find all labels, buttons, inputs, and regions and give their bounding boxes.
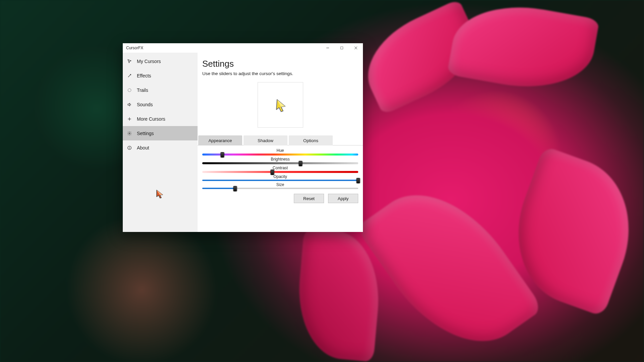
wand-icon (127, 73, 132, 78)
contrast-slider[interactable] (202, 171, 358, 173)
settings-tabs: Appearance Shadow Options (198, 135, 363, 145)
opacity-slider[interactable] (202, 180, 358, 181)
contrast-label: Contrast (202, 165, 358, 171)
volume-icon (127, 102, 132, 107)
page-title: Settings (202, 59, 358, 69)
cursor-icon (127, 59, 132, 64)
reset-button[interactable]: Reset (294, 194, 324, 203)
trails-icon (127, 87, 132, 93)
window-title: CursorFX (126, 46, 143, 50)
hue-slider[interactable] (202, 154, 358, 156)
titlebar[interactable]: CursorFX (123, 43, 363, 53)
hue-label: Hue (202, 147, 358, 154)
apply-button[interactable]: Apply (328, 194, 358, 203)
tab-appearance[interactable]: Appearance (198, 135, 242, 145)
cursor-preview-icon (272, 97, 288, 113)
mouse-cursor-icon (155, 189, 165, 199)
sidebar-item-trails[interactable]: Trails (123, 83, 198, 97)
svg-point-4 (128, 88, 131, 92)
sidebar-item-label: Trails (137, 87, 148, 93)
page-description: Use the sliders to adjust the cursor's s… (202, 71, 358, 76)
opacity-thumb[interactable] (357, 178, 360, 183)
gear-icon (127, 131, 132, 136)
brightness-label: Brightness (202, 156, 358, 162)
sidebar: My Cursors Effects Trails Sounds (123, 53, 198, 232)
maximize-button[interactable] (335, 43, 349, 53)
plus-icon (127, 116, 132, 122)
sidebar-item-label: Sounds (137, 102, 153, 107)
tab-options[interactable]: Options (289, 135, 333, 145)
svg-rect-1 (341, 47, 343, 49)
brightness-slider[interactable] (202, 162, 358, 164)
close-button[interactable] (349, 43, 363, 53)
sidebar-item-settings[interactable]: Settings (123, 126, 198, 140)
cursor-preview-box (258, 82, 303, 128)
sidebar-item-more-cursors[interactable]: More Cursors (123, 112, 198, 126)
sidebar-item-sounds[interactable]: Sounds (123, 97, 198, 112)
sidebar-item-label: Effects (137, 73, 151, 78)
svg-point-7 (129, 133, 130, 134)
minimize-button[interactable] (321, 43, 335, 53)
size-label: Size (202, 182, 358, 188)
sidebar-item-label: More Cursors (137, 116, 165, 122)
info-icon (127, 145, 132, 150)
svg-point-10 (129, 147, 130, 147)
tab-shadow[interactable]: Shadow (244, 135, 287, 145)
size-slider[interactable] (202, 188, 358, 189)
sidebar-item-about[interactable]: About (123, 140, 198, 155)
sidebar-item-label: Settings (137, 131, 154, 136)
sidebar-item-my-cursors[interactable]: My Cursors (123, 54, 198, 68)
main-panel: Settings Use the sliders to adjust the c… (198, 53, 363, 232)
cursorfx-window: CursorFX My Cursors (123, 43, 363, 232)
size-thumb[interactable] (233, 186, 237, 191)
sidebar-item-label: My Cursors (137, 59, 161, 64)
sidebar-item-effects[interactable]: Effects (123, 68, 198, 83)
brightness-thumb[interactable] (299, 161, 302, 166)
contrast-thumb[interactable] (271, 170, 274, 175)
sidebar-item-label: About (137, 145, 149, 150)
opacity-label: Opacity (202, 174, 358, 180)
hue-thumb[interactable] (221, 152, 224, 158)
